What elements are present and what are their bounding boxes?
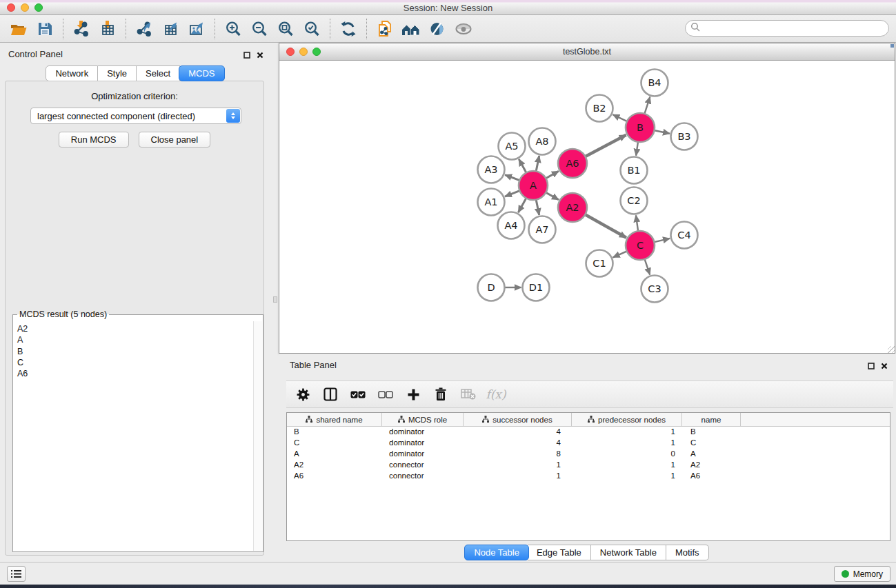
network-canvas[interactable]: AA1A2A3A4A5A6A7A8BB1B2B3B4CC1C2C3C4DD1	[279, 61, 895, 353]
node-A[interactable]: A	[519, 171, 548, 200]
node-B[interactable]: B	[626, 113, 655, 142]
node-B1[interactable]: B1	[621, 157, 648, 184]
column-header-shared-name[interactable]: shared name	[287, 413, 382, 426]
search-box[interactable]	[685, 20, 889, 37]
run-mcds-button[interactable]: Run MCDS	[59, 132, 129, 148]
edge-A-A7[interactable]	[536, 199, 539, 215]
edge-A-A6[interactable]	[545, 171, 559, 179]
table-row-a2[interactable]: A2connector11A2	[287, 460, 890, 471]
node-B4[interactable]: B4	[641, 70, 668, 97]
result-item-c[interactable]: C	[17, 357, 252, 368]
import-table-icon[interactable]	[94, 18, 121, 40]
edge-B-B1[interactable]	[636, 141, 638, 156]
edge-A2-C[interactable]	[584, 214, 626, 237]
window-resize-handle[interactable]	[888, 346, 895, 353]
zoom-fit-icon[interactable]	[272, 18, 299, 40]
table-row-b[interactable]: Bdominator41B	[287, 427, 890, 438]
result-scrollbar[interactable]	[253, 321, 262, 551]
node-C4[interactable]: C4	[671, 222, 698, 249]
vertical-splitter-handle[interactable]	[273, 296, 277, 303]
task-history-button[interactable]	[7, 566, 26, 582]
column-visibility-icon[interactable]	[322, 386, 339, 403]
table-row-a[interactable]: Adominator80A	[287, 449, 890, 460]
memory-button[interactable]: Memory	[834, 566, 890, 582]
visual-style-icon[interactable]	[424, 18, 450, 40]
node-A7[interactable]: A7	[529, 216, 556, 243]
clear-all-checks-icon[interactable]	[377, 386, 394, 403]
result-item-a[interactable]: A	[17, 334, 252, 345]
edge-C-C1[interactable]	[613, 251, 628, 258]
node-A1[interactable]: A1	[478, 189, 505, 216]
edge-A-A1[interactable]	[505, 190, 521, 196]
edge-A-A5[interactable]	[519, 159, 527, 174]
close-panel-icon[interactable]	[257, 49, 263, 61]
network-window-titlebar[interactable]: testGlobe.txt	[279, 43, 895, 61]
edge-A6-B[interactable]	[584, 135, 626, 157]
tab-select[interactable]: Select	[137, 65, 180, 81]
export-image-icon[interactable]	[183, 18, 210, 40]
edge-A-A8[interactable]	[536, 156, 539, 172]
result-item-b[interactable]: B	[17, 346, 252, 357]
node-A3[interactable]: A3	[478, 156, 505, 183]
table-row-c[interactable]: Cdominator41C	[287, 438, 890, 449]
export-table-icon[interactable]	[157, 18, 183, 40]
column-header-successor-nodes[interactable]: successor nodes	[464, 413, 572, 426]
delete-column-icon[interactable]	[432, 386, 449, 403]
zoom-in-icon[interactable]	[220, 18, 246, 40]
node-D[interactable]: D	[478, 274, 505, 301]
result-item-a6[interactable]: A6	[17, 368, 252, 379]
node-A4[interactable]: A4	[498, 212, 525, 239]
clone-network-icon[interactable]	[372, 18, 398, 40]
edge-C-C3[interactable]	[644, 258, 650, 275]
node-A8[interactable]: A8	[529, 128, 556, 155]
node-C1[interactable]: C1	[586, 250, 613, 277]
node-C2[interactable]: C2	[621, 187, 648, 214]
result-item-a2[interactable]: A2	[17, 323, 252, 334]
table-settings-icon[interactable]	[295, 386, 311, 403]
edge-A-A2[interactable]	[545, 192, 559, 199]
column-header-predecessor-nodes[interactable]: predecessor nodes	[572, 413, 682, 426]
node-C3[interactable]: C3	[641, 276, 668, 303]
node-A6[interactable]: A6	[558, 149, 587, 178]
close-table-panel-icon[interactable]	[881, 360, 888, 372]
table-row-a6[interactable]: A6connector11A6	[287, 471, 890, 482]
node-D1[interactable]: D1	[523, 274, 550, 301]
tab-mcds[interactable]: MCDS	[179, 65, 224, 81]
import-network-icon[interactable]	[68, 18, 94, 40]
close-panel-button[interactable]: Close panel	[139, 132, 211, 148]
edge-A-A3[interactable]	[505, 175, 521, 181]
open-session-icon[interactable]	[6, 18, 32, 40]
select-all-checks-icon[interactable]	[350, 386, 366, 403]
export-network-icon[interactable]	[131, 18, 157, 40]
optimization-criterion-dropdown[interactable]: largest connected component (directed)	[30, 108, 241, 124]
node-C[interactable]: C	[626, 231, 655, 260]
edge-C-C4[interactable]	[653, 239, 670, 243]
edge-B-B3[interactable]	[653, 130, 670, 134]
zoom-selected-icon[interactable]	[299, 18, 325, 40]
float-panel-icon[interactable]	[243, 49, 250, 61]
edge-C-C2[interactable]	[636, 215, 638, 232]
show-details-icon[interactable]	[450, 18, 477, 40]
add-column-icon[interactable]	[405, 386, 421, 403]
save-session-icon[interactable]	[32, 18, 58, 40]
tab-edge-table[interactable]: Edge Table	[528, 545, 591, 560]
tab-node-table[interactable]: Node Table	[464, 545, 529, 560]
float-table-panel-icon[interactable]	[868, 360, 875, 372]
column-header-name[interactable]: name	[682, 413, 741, 426]
column-header-mcds-role[interactable]: MCDS role	[382, 413, 464, 426]
node-A2[interactable]: A2	[558, 193, 587, 222]
search-input[interactable]	[701, 22, 888, 34]
zoom-out-icon[interactable]	[246, 18, 272, 40]
tab-style[interactable]: Style	[98, 65, 137, 81]
tab-network[interactable]: Network	[46, 65, 98, 81]
apply-layout-icon[interactable]	[335, 18, 361, 40]
edge-B-B4[interactable]	[644, 97, 650, 114]
tab-network-table[interactable]: Network Table	[591, 545, 666, 560]
first-neighbors-icon[interactable]	[398, 18, 424, 40]
edge-B-B2[interactable]	[613, 114, 628, 122]
edge-A-A4[interactable]	[518, 197, 526, 213]
node-B3[interactable]: B3	[671, 123, 698, 150]
tab-motifs[interactable]: Motifs	[666, 545, 709, 560]
node-B2[interactable]: B2	[586, 95, 613, 122]
node-A5[interactable]: A5	[499, 133, 526, 160]
